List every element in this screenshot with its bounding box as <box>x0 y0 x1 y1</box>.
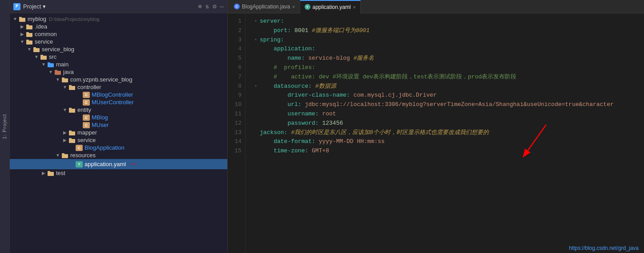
tree-arrow: ▶ <box>19 32 26 37</box>
tree-item-service-blog[interactable]: ▼ service_blog <box>10 45 227 53</box>
tree-item-java[interactable]: ▼ java <box>10 68 227 76</box>
code-area: ▾ server: ▾ port: 8001 #微服务端口号为8001 ▾ sp… <box>246 13 644 253</box>
code-token <box>260 91 287 100</box>
sidebar-header-icons: ⊕ ⇅ ⚙ — <box>198 3 224 10</box>
tree-item-application-yaml[interactable]: ▶ Y application.yaml ← <box>10 159 227 169</box>
tree-item-mblog[interactable]: ▶ C MBlog <box>10 114 227 121</box>
code-token <box>350 91 354 100</box>
code-token: driver-class-name: <box>287 91 350 100</box>
tree-arrow: ▼ <box>33 54 40 59</box>
tree-item-blogapplication[interactable]: ▶ C BlogApplication <box>10 144 227 151</box>
tree-arrow: ▼ <box>54 153 61 158</box>
svg-rect-28 <box>48 172 54 176</box>
tree-arrow: ▼ <box>40 62 47 67</box>
code-line-10: ▾ url: jdbc:mysql://localhost:3306/myblo… <box>253 100 644 110</box>
line-num: 10 <box>228 100 242 110</box>
code-token: #我们的时区是东八区，应该加8个小时，时区显示格式也需要改成我们想要的 <box>291 128 489 138</box>
tab-blogapplication[interactable]: C BlogApplication.java × <box>229 0 300 13</box>
code-token <box>319 119 322 128</box>
code-line-8: ▾ datasource: #数据源 <box>253 82 644 91</box>
project-title: Project ▾ <box>23 3 198 10</box>
code-token: jdbc:mysql://localhost:3306/myblog?serve… <box>305 100 613 110</box>
folder-icon <box>68 85 76 90</box>
code-line-15: ▾ time-zone: GMT+8 <box>253 147 644 156</box>
code-token <box>260 45 274 54</box>
tree-label: controller <box>77 84 101 90</box>
folder-icon <box>40 54 47 60</box>
tree-item-service-inner[interactable]: ▶ service <box>10 136 227 144</box>
code-token: spring: <box>260 36 284 45</box>
line-num: 9 <box>228 91 242 100</box>
line-num: 7 <box>228 73 242 82</box>
svg-rect-21 <box>69 108 72 109</box>
code-line-12: ▾ password: 123456 <box>253 119 644 128</box>
line-num: 5 <box>228 54 242 63</box>
tree-item-test[interactable]: ▶ test <box>10 169 227 177</box>
tab-application-yaml[interactable]: Y application.yaml × <box>300 0 361 13</box>
code-token <box>312 82 315 91</box>
minimize-icon[interactable]: — <box>220 3 224 10</box>
tree-label: java <box>63 69 74 75</box>
collapse-icon[interactable]: ⇅ <box>205 3 209 10</box>
tree-label: entity <box>77 106 91 113</box>
tree-item-muser[interactable]: ▶ C MUser <box>10 121 227 129</box>
code-token <box>350 54 354 63</box>
line-num: 11 <box>228 110 242 119</box>
svg-rect-4 <box>26 33 32 37</box>
fold-icon[interactable]: ▾ <box>253 83 259 90</box>
line-num: 8 <box>228 82 242 91</box>
tree-item-controller[interactable]: ▼ controller <box>10 83 227 91</box>
code-token <box>319 110 322 119</box>
svg-rect-27 <box>62 153 64 155</box>
tree-label: resources <box>70 152 96 159</box>
tree-item-src[interactable]: ▼ src <box>10 53 227 61</box>
tree-item-idea[interactable]: ▶ .idea <box>10 23 227 30</box>
code-token <box>308 147 312 156</box>
project-icon: P <box>13 3 20 10</box>
panel-label-text: 1: Project <box>2 114 8 139</box>
tree-item-mapper[interactable]: ▶ mapper <box>10 129 227 136</box>
tree-item-myblog[interactable]: ▼ myblog D:\IdeaProjects\myblog <box>10 15 227 23</box>
tab-close-icon[interactable]: × <box>292 4 295 9</box>
code-token: application: <box>274 45 315 54</box>
svg-rect-23 <box>69 131 72 132</box>
code-token: #数据源 <box>315 82 336 91</box>
folder-icon <box>54 69 61 75</box>
tree-item-entity[interactable]: ▼ entity <box>10 106 227 114</box>
folder-icon <box>68 130 76 135</box>
tree-item-main[interactable]: ▼ main <box>10 61 227 68</box>
tree-label: MUserController <box>92 99 134 106</box>
settings-icon[interactable]: ⚙ <box>213 3 216 10</box>
code-token <box>291 26 294 36</box>
svg-rect-29 <box>48 171 50 172</box>
code-token: GMT+8 <box>312 147 329 156</box>
line-num: 6 <box>228 63 242 73</box>
locate-icon[interactable]: ⊕ <box>198 3 201 10</box>
folder-icon <box>61 77 68 82</box>
fold-icon[interactable]: ▾ <box>253 18 259 24</box>
tree-arrow: ▼ <box>26 47 33 52</box>
tree-item-musercontroller[interactable]: ▶ C MUserController <box>10 98 227 106</box>
tab-label: BlogApplication.java <box>242 4 290 10</box>
tab-close-icon[interactable]: × <box>353 4 356 10</box>
tree-item-package[interactable]: ▼ com.yzpnb.service_blog <box>10 76 227 83</box>
svg-rect-18 <box>69 86 75 90</box>
tree-item-resources[interactable]: ▼ resources <box>10 151 227 159</box>
tree-label: BlogApplication <box>85 144 125 151</box>
folder-icon <box>68 107 76 113</box>
tree-arrow: ▼ <box>12 16 19 21</box>
arrow-annotation: ← <box>129 159 137 169</box>
code-token: #服务名 <box>354 54 374 63</box>
svg-rect-19 <box>69 85 72 86</box>
tree-item-service[interactable]: ▼ service <box>10 38 227 45</box>
tree-arrow: ▶ <box>19 24 26 29</box>
tree-item-mblogcontroller[interactable]: ▶ C MBlogController <box>10 91 227 98</box>
path-label: D:\IdeaProjects\myblog <box>49 16 100 22</box>
folder-icon <box>47 62 54 67</box>
tree-item-common[interactable]: ▶ common <box>10 30 227 38</box>
tree-label: myblog <box>28 16 46 22</box>
svg-rect-17 <box>62 78 64 79</box>
code-token: com.mysql.cj.jdbc.Driver <box>354 91 437 100</box>
editor-area: C BlogApplication.java × Y application.y… <box>228 0 644 253</box>
fold-icon[interactable]: ▾ <box>253 37 259 43</box>
